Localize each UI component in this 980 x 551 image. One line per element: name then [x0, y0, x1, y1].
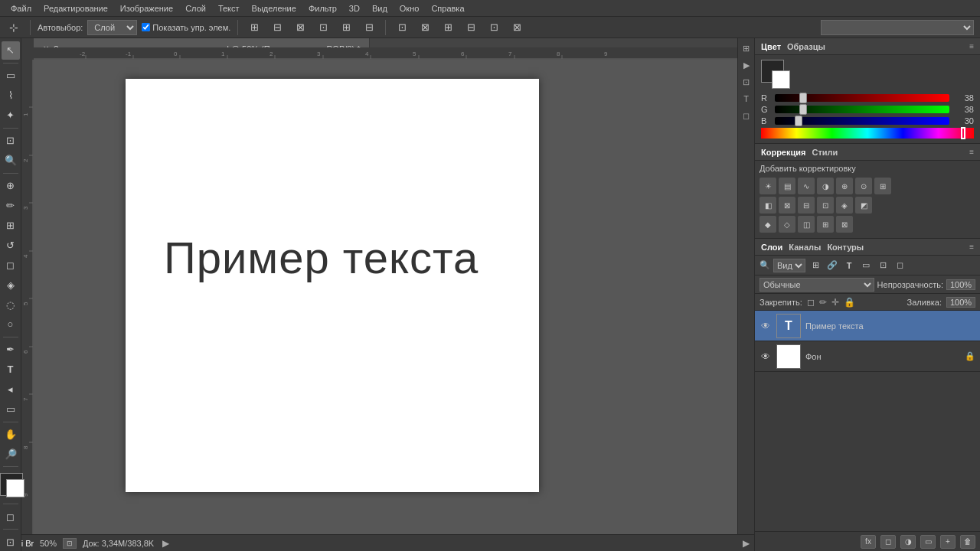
- color-r-slider[interactable]: [775, 94, 949, 102]
- show-transform-checkbox-label[interactable]: Показать упр. элем.: [142, 23, 230, 32]
- corr-photo-filter-icon[interactable]: ⊠: [779, 197, 795, 214]
- corr-channel-mix-icon[interactable]: ⊟: [798, 197, 815, 214]
- canvas-area[interactable]: Пример текста: [34, 60, 754, 534]
- layer-item-background[interactable]: 👁 Фон 🔒: [755, 341, 980, 372]
- menu-3d[interactable]: 3D: [345, 2, 364, 15]
- history-brush-btn[interactable]: ↺: [2, 236, 20, 254]
- styles-panel-title[interactable]: Стили: [812, 148, 838, 157]
- layer-smart-icon[interactable]: ⊡: [876, 259, 890, 272]
- layer-link-icon[interactable]: 🔗: [825, 259, 839, 272]
- corr-exposure-icon[interactable]: ◑: [817, 178, 834, 194]
- layer-new-icon[interactable]: ⊞: [808, 259, 822, 272]
- fill-input[interactable]: [946, 297, 975, 308]
- menu-image[interactable]: Изображение: [116, 2, 178, 15]
- show-transform-checkbox[interactable]: [142, 23, 150, 31]
- menu-select[interactable]: Выделение: [247, 2, 301, 15]
- distribute-left-icon[interactable]: ⊞: [439, 18, 457, 37]
- path-select-btn[interactable]: ◂: [2, 380, 20, 399]
- layers-filter-select[interactable]: Вид: [773, 259, 805, 272]
- workspace-dropdown[interactable]: Основная рабочая среда: [821, 20, 974, 35]
- layer-fx-btn[interactable]: fx: [861, 535, 876, 549]
- background-color-swatch[interactable]: [6, 479, 24, 497]
- crop-tool-btn[interactable]: ⊡: [2, 132, 20, 150]
- align-bottom-icon[interactable]: ⊟: [360, 18, 378, 37]
- pen-tool-btn[interactable]: ✒: [2, 341, 20, 359]
- layer-mask-btn[interactable]: ◻: [880, 535, 896, 549]
- dodge-tool-btn[interactable]: ○: [2, 315, 20, 334]
- corr-posterize-icon[interactable]: ◩: [855, 197, 872, 214]
- panel-icon-2[interactable]: ▶: [740, 58, 753, 72]
- stamp-tool-btn[interactable]: ⊞: [2, 216, 20, 234]
- align-center-h-icon[interactable]: ⊟: [268, 18, 286, 37]
- samples-panel-title[interactable]: Образцы: [787, 42, 825, 51]
- corr-extra-2-icon[interactable]: ⊠: [836, 216, 853, 233]
- distribute-top-icon[interactable]: ⊡: [485, 18, 503, 37]
- menu-filter[interactable]: Фильтр: [304, 2, 341, 15]
- bottom-panel-arrow[interactable]: ▶: [743, 538, 750, 549]
- corr-threshold-icon[interactable]: ◆: [760, 216, 776, 233]
- blur-tool-btn[interactable]: ◌: [2, 295, 20, 314]
- gradient-tool-btn[interactable]: ◈: [2, 276, 20, 294]
- lasso-tool-btn[interactable]: ⌇: [2, 86, 20, 105]
- menu-file[interactable]: Файл: [6, 2, 36, 15]
- corr-invert-icon[interactable]: ◈: [836, 197, 853, 214]
- layer-new-btn[interactable]: +: [940, 535, 956, 549]
- lock-all-icon[interactable]: 🔒: [844, 297, 855, 308]
- layer-delete-btn[interactable]: 🗑: [960, 535, 975, 549]
- corr-selective-color-icon[interactable]: ◫: [798, 216, 815, 233]
- auto-select-dropdown[interactable]: Слой Группа: [87, 20, 137, 35]
- distribute-v-icon[interactable]: ⊠: [416, 18, 434, 37]
- correction-panel-title[interactable]: Коррекция: [761, 148, 805, 157]
- distribute-h-icon[interactable]: ⊡: [393, 18, 411, 37]
- menu-layer[interactable]: Слой: [181, 2, 211, 15]
- distribute-bottom-icon[interactable]: ⊠: [508, 18, 526, 37]
- menu-help[interactable]: Справка: [426, 2, 469, 15]
- align-right-icon[interactable]: ⊠: [291, 18, 309, 37]
- color-panel-options-btn[interactable]: ≡: [969, 42, 974, 51]
- layer-item-text[interactable]: 👁 T Пример текста: [755, 311, 980, 341]
- move-tool-icon[interactable]: ⊹: [5, 18, 23, 37]
- color-swatch-main[interactable]: [761, 60, 790, 89]
- hand-tool-btn[interactable]: ✋: [2, 425, 20, 444]
- screen-mode-btn[interactable]: ⊡: [2, 533, 20, 551]
- eyedropper-tool-btn[interactable]: 🔍: [2, 152, 20, 170]
- panel-icon-3[interactable]: ⊡: [740, 75, 753, 89]
- layer-name-2[interactable]: Фон: [805, 352, 960, 361]
- channels-panel-title[interactable]: Каналы: [789, 243, 821, 252]
- corr-colorbalance-icon[interactable]: ⊞: [874, 178, 891, 194]
- layer-shape-icon[interactable]: ▭: [859, 259, 873, 272]
- corr-gradient-map-icon[interactable]: ◇: [779, 216, 795, 233]
- align-top-icon[interactable]: ⊡: [314, 18, 332, 37]
- lock-transparent-icon[interactable]: ◻: [807, 297, 815, 308]
- menu-edit[interactable]: Редактирование: [39, 2, 113, 15]
- marquee-tool-btn[interactable]: ▭: [2, 67, 20, 85]
- heal-tool-btn[interactable]: ⊕: [2, 177, 20, 195]
- shape-tool-btn[interactable]: ▭: [2, 400, 20, 419]
- color-bg-swatch[interactable]: [772, 70, 790, 89]
- color-b-slider[interactable]: [775, 117, 949, 125]
- color-swatch-area[interactable]: [0, 473, 24, 497]
- layer-visibility-toggle-1[interactable]: 👁: [760, 320, 772, 332]
- corr-curves-icon[interactable]: ∿: [798, 178, 815, 194]
- paths-panel-title[interactable]: Контуры: [827, 243, 864, 252]
- align-center-v-icon[interactable]: ⊞: [337, 18, 355, 37]
- correction-panel-options-btn[interactable]: ≡: [969, 148, 974, 156]
- lock-move-icon[interactable]: ✛: [831, 297, 839, 308]
- zoom-options-btn[interactable]: ⊡: [63, 538, 77, 549]
- menu-text[interactable]: Текст: [214, 2, 244, 15]
- corr-color-lookup-icon[interactable]: ⊡: [817, 197, 834, 214]
- quick-mask-btn[interactable]: ◻: [2, 507, 20, 526]
- text-tool-btn[interactable]: T: [2, 360, 20, 379]
- status-play-btn[interactable]: ▶: [160, 538, 171, 549]
- layer-group-btn[interactable]: ▭: [920, 535, 936, 549]
- corr-bw-icon[interactable]: ◧: [760, 197, 776, 214]
- corr-levels-icon[interactable]: ▤: [779, 178, 795, 194]
- menu-view[interactable]: Вид: [368, 2, 392, 15]
- panel-icon-1[interactable]: ⊞: [740, 41, 753, 55]
- color-spectrum-bar[interactable]: [761, 128, 974, 139]
- corr-brightness-icon[interactable]: ☀: [760, 178, 776, 194]
- layer-pixel-icon[interactable]: ◻: [893, 259, 906, 272]
- color-panel-title[interactable]: Цвет: [761, 42, 781, 51]
- color-g-slider[interactable]: [775, 106, 949, 113]
- corr-vibrance-icon[interactable]: ⊕: [836, 178, 853, 194]
